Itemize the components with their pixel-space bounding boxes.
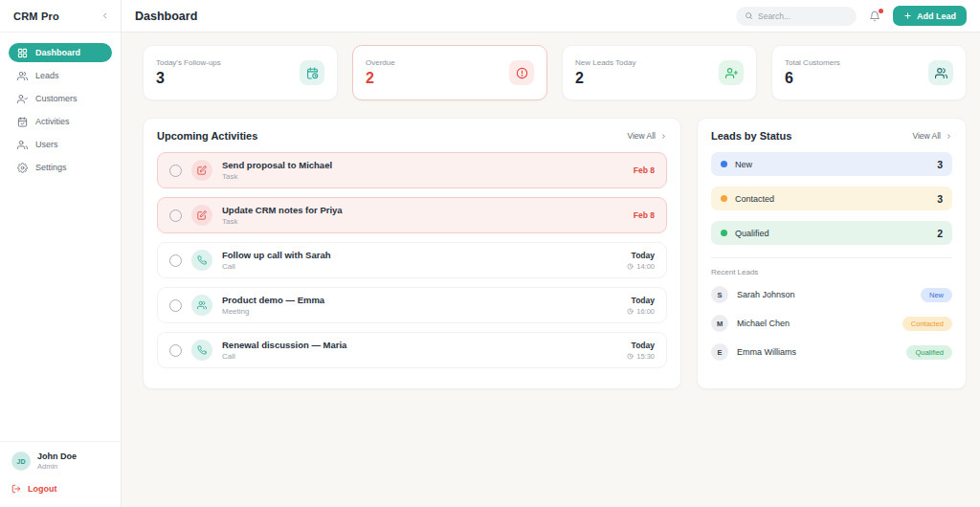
sidebar-item-label: Settings xyxy=(35,163,67,172)
status-row-contacted[interactable]: Contacted 3 xyxy=(711,187,952,210)
activity-row[interactable]: Renewal discussion — Maria Call Today 15… xyxy=(157,332,667,368)
activity-type: Task xyxy=(222,172,332,181)
lead-row[interactable]: E Emma Williams Qualified xyxy=(711,343,952,361)
stat-value: 2 xyxy=(575,70,635,87)
chevron-left-icon xyxy=(100,11,109,20)
calendar-check-icon xyxy=(17,117,28,127)
stat-value: 3 xyxy=(156,70,221,87)
search-box[interactable] xyxy=(736,7,857,26)
activity-date: Today xyxy=(627,296,655,305)
sidebar-item-users[interactable]: Users xyxy=(9,135,112,154)
users-icon xyxy=(17,71,28,81)
search-icon xyxy=(745,11,753,20)
activity-row[interactable]: Follow up call with Sarah Call Today 14:… xyxy=(157,242,667,278)
sidebar-item-customers[interactable]: Customers xyxy=(9,89,112,108)
activity-type: Task xyxy=(222,217,343,226)
activity-title: Update CRM notes for Priya xyxy=(222,205,343,215)
status-count: 3 xyxy=(937,159,943,170)
add-lead-label: Add Lead xyxy=(917,11,956,21)
users-icon xyxy=(17,140,28,150)
dashboard-content: Today's Follow-ups 3 Overdue 2 New L xyxy=(122,33,980,507)
sidebar: CRM Pro Dashboard Leads Customers xyxy=(0,0,122,507)
recent-leads-title: Recent Leads xyxy=(711,268,952,276)
view-all-label: View All xyxy=(912,131,941,141)
activity-time: 16:00 xyxy=(636,307,655,316)
stat-card-total-customers: Total Customers 6 xyxy=(771,45,967,100)
status-row-qualified[interactable]: Qualified 2 xyxy=(711,221,952,245)
activity-row[interactable]: Update CRM notes for Priya Task Feb 8 xyxy=(157,197,667,233)
sidebar-item-label: Users xyxy=(35,140,58,149)
avatar: S xyxy=(711,286,728,303)
avatar: M xyxy=(711,315,728,332)
activity-date: Feb 8 xyxy=(634,165,655,175)
stat-card-overdue: Overdue 2 xyxy=(352,45,547,100)
phone-icon xyxy=(191,340,212,361)
activity-title: Product demo — Emma xyxy=(222,295,324,305)
activity-row[interactable]: Product demo — Emma Meeting Today 16:00 xyxy=(157,287,667,323)
dashboard-grid-icon xyxy=(17,48,28,58)
lead-row[interactable]: M Michael Chen Contacted xyxy=(711,315,952,332)
panel-title: Leads by Status xyxy=(711,130,791,142)
logout-label: Logout xyxy=(28,484,57,494)
status-row-new[interactable]: New 3 xyxy=(711,152,952,176)
clock-icon xyxy=(627,308,634,315)
stat-label: Total Customers xyxy=(785,58,840,67)
avatar: JD xyxy=(11,452,31,471)
status-badge: Qualified xyxy=(906,345,952,360)
activity-checkbox[interactable] xyxy=(169,209,182,222)
lead-name: Emma Williams xyxy=(737,347,796,357)
logout-icon xyxy=(11,484,21,494)
sidebar-item-label: Customers xyxy=(35,94,78,103)
activity-type: Call xyxy=(222,352,346,361)
activity-type: Call xyxy=(222,262,331,271)
search-input[interactable] xyxy=(758,11,848,21)
page-title: Dashboard xyxy=(135,10,197,23)
activity-row[interactable]: Send proposal to Michael Task Feb 8 xyxy=(157,152,667,188)
leads-view-all-link[interactable]: View All xyxy=(912,131,952,141)
status-count: 2 xyxy=(937,228,943,239)
chevron-right-icon xyxy=(660,133,667,140)
user-profile[interactable]: JD John Doe Admin xyxy=(11,452,109,471)
status-badge: Contacted xyxy=(902,317,952,331)
activity-checkbox[interactable] xyxy=(169,165,182,177)
lead-row[interactable]: S Sarah Johnson New xyxy=(711,286,952,303)
activity-checkbox[interactable] xyxy=(169,344,182,357)
user-plus-icon xyxy=(719,60,744,85)
sidebar-nav: Dashboard Leads Customers Activities Use… xyxy=(0,33,121,181)
status-label: Qualified xyxy=(735,229,769,238)
alert-circle-icon xyxy=(509,60,534,85)
sidebar-header: CRM Pro xyxy=(0,0,121,33)
clock-icon xyxy=(627,353,634,360)
user-check-icon xyxy=(17,94,28,104)
activity-type: Meeting xyxy=(222,307,324,316)
sidebar-item-label: Leads xyxy=(35,71,59,80)
activity-date: Today xyxy=(627,251,655,260)
add-lead-button[interactable]: Add Lead xyxy=(893,6,967,26)
sidebar-item-label: Activities xyxy=(35,117,70,126)
notifications-button[interactable] xyxy=(869,11,880,22)
activity-title: Follow up call with Sarah xyxy=(222,250,331,260)
app-logo: CRM Pro xyxy=(13,11,59,22)
activity-checkbox[interactable] xyxy=(169,254,182,267)
view-all-label: View All xyxy=(627,131,656,141)
sidebar-item-settings[interactable]: Settings xyxy=(9,158,112,177)
activity-title: Renewal discussion — Maria xyxy=(222,340,346,350)
sidebar-item-leads[interactable]: Leads xyxy=(9,66,112,85)
collapse-sidebar-button[interactable] xyxy=(100,11,109,20)
stat-label: Today's Follow-ups xyxy=(156,58,221,67)
chevron-right-icon xyxy=(946,133,952,140)
users-icon xyxy=(928,60,953,85)
main-area: Dashboard Add Lead xyxy=(122,0,980,507)
logout-button[interactable]: Logout xyxy=(0,473,121,507)
stat-value: 2 xyxy=(366,70,395,87)
sidebar-item-label: Dashboard xyxy=(35,48,80,57)
sidebar-item-activities[interactable]: Activities xyxy=(9,112,112,131)
panel-title: Upcoming Activities xyxy=(157,130,257,142)
activity-checkbox[interactable] xyxy=(169,299,182,312)
sidebar-item-dashboard[interactable]: Dashboard xyxy=(9,43,112,62)
user-role: Admin xyxy=(37,462,77,471)
stat-label: New Leads Today xyxy=(575,58,635,67)
phone-icon xyxy=(191,250,212,271)
leads-by-status-panel: Leads by Status View All New 3 Conta xyxy=(697,118,967,389)
activities-view-all-link[interactable]: View All xyxy=(627,131,667,141)
